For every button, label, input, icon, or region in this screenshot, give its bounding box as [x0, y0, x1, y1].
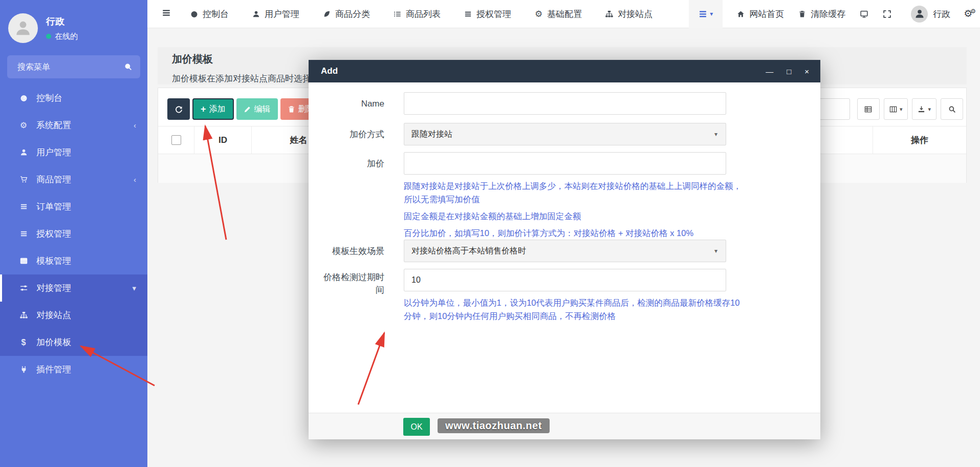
menu-search-input[interactable]	[17, 62, 124, 72]
bars-icon	[464, 10, 472, 18]
sidebar-item-label: 加价模板	[36, 336, 71, 348]
sidebar-item-label: 控制台	[36, 92, 62, 104]
sidebar-item-label: 对接站点	[36, 309, 71, 321]
fullscreen-icon[interactable]	[883, 10, 891, 18]
user-avatar	[911, 6, 928, 23]
sidebar-item-label: 授权管理	[36, 228, 71, 240]
maximize-icon[interactable]: □	[787, 68, 791, 75]
close-icon[interactable]: ×	[804, 68, 809, 75]
bars-icon	[699, 10, 707, 18]
sidebar-item-dashboard[interactable]: 控制台	[0, 84, 147, 112]
add-button[interactable]: + 添加	[192, 98, 234, 120]
plus-icon: +	[201, 104, 206, 114]
sidebar-item-auth-management[interactable]: 授权管理	[0, 220, 147, 247]
dialog-title: Add	[321, 66, 338, 76]
sidebar-item-product-management[interactable]: 商品管理 ‹	[0, 166, 147, 193]
dialog-titlebar[interactable]: Add — □ ×	[309, 60, 820, 82]
chevron-left-icon: ‹	[134, 121, 136, 130]
sidebar-item-plugin-management[interactable]: 插件管理	[0, 356, 147, 383]
table-header-checkbox-cell	[158, 126, 194, 154]
nav-item-label: 对接站点	[618, 8, 652, 20]
gear-icon: ⚙	[535, 9, 542, 19]
edit-button[interactable]: 编辑	[236, 98, 278, 120]
sidebar-item-order-management[interactable]: 订单管理	[0, 193, 147, 220]
table-header-id[interactable]: ID	[194, 126, 252, 154]
search-toggle-button[interactable]	[941, 98, 963, 120]
sidebar-item-user-management[interactable]: 用户管理	[0, 139, 147, 166]
table-header-actions: 操作	[873, 126, 966, 154]
sidebar-item-template-management[interactable]: 模板管理	[0, 247, 147, 274]
user-icon	[252, 10, 260, 18]
view-toggle-button[interactable]	[857, 98, 880, 120]
dialog-body: Name 加价方式 跟随对接站 ▾ 加价 跟随对接站是对接站于上次价格上调多少，…	[309, 82, 820, 413]
expire-field[interactable]	[404, 269, 726, 291]
nav-item-clear-cache[interactable]: 清除缓存	[798, 8, 845, 20]
sidebar-menu: 控制台 ⚙ 系统配置 ‹ 用户管理 商品管理 ‹ 订单管理 授权管理 模板管理	[0, 84, 147, 383]
gauge-icon	[190, 10, 198, 18]
hamburger-icon[interactable]	[155, 8, 178, 19]
search-icon[interactable]	[124, 63, 132, 71]
sitemap-icon	[17, 311, 30, 319]
caret-down-icon: ▾	[714, 247, 717, 254]
caret-down-icon: ▾	[710, 10, 713, 17]
nav-item-label: 授权管理	[476, 8, 511, 20]
user-status: 在线的	[46, 32, 78, 41]
list-icon	[394, 10, 401, 18]
caret-down-icon: ▾	[900, 106, 903, 113]
pencil-icon	[244, 105, 251, 113]
online-status-label: 在线的	[55, 32, 78, 41]
export-button[interactable]: ▾	[912, 98, 937, 120]
expire-help-text: 以分钟为单位，最小值为1，设为10代表用户购买某件商品后，检测的商品最新价格缓存…	[404, 296, 742, 326]
gear-icon: ⚙	[17, 120, 30, 130]
nav-item-docking-sites[interactable]: 对接站点	[605, 8, 652, 20]
name-field[interactable]	[404, 92, 726, 115]
markup-mode-label: 加价方式	[316, 128, 384, 141]
markup-mode-select[interactable]: 跟随对接站 ▾	[404, 123, 726, 145]
refresh-icon	[175, 105, 183, 113]
bars-icon	[17, 203, 30, 210]
expire-label: 价格检测过期时间	[316, 271, 384, 296]
nav-item-label: 基础配置	[547, 8, 582, 20]
minimize-icon[interactable]: —	[766, 68, 773, 75]
ok-button[interactable]: OK	[403, 418, 430, 436]
chevron-left-icon: ‹	[134, 175, 136, 184]
columns-button[interactable]: ▾	[884, 98, 908, 120]
sidebar-item-label: 对接管理	[36, 282, 71, 294]
table-tools-right: ▾ ▾	[811, 98, 963, 120]
nav-item-dashboard[interactable]: 控制台	[190, 8, 229, 20]
markup-help-text: 跟随对接站是对接站于上次价格上调多少，本站则在对接站价格的基础上上调同样的金额，…	[404, 179, 742, 243]
caret-down-icon: ▾	[928, 106, 931, 113]
table-toolbar: + 添加 编辑 删除	[167, 98, 322, 120]
markup-mode-value: 跟随对接站	[411, 129, 452, 140]
sidebar-item-markup-template[interactable]: $ 加价模板	[0, 329, 147, 356]
watermark: www.tiaozhuan.net	[438, 418, 550, 433]
sidebar-item-docking-management[interactable]: 对接管理 ▾	[0, 274, 147, 302]
nav-item-site-home[interactable]: 网站首页	[737, 8, 784, 20]
nav-user-menu[interactable]: 行政	[906, 6, 950, 23]
nav-item-product-list[interactable]: 商品列表	[394, 8, 441, 20]
nav-menu-dropdown[interactable]: ▾	[689, 0, 723, 28]
sidebar-item-label: 插件管理	[36, 364, 71, 375]
markup-field[interactable]	[404, 152, 726, 175]
help-line: 以分钟为单位，最小值为1，设为10代表用户购买某件商品后，检测的商品最新价格缓存…	[404, 296, 742, 323]
scene-select[interactable]: 对接站价格高于本站销售价格时 ▾	[404, 240, 726, 262]
nav-item-auth-management[interactable]: 授权管理	[464, 8, 511, 20]
help-line: 百分比加价，如填写10，则加价计算方式为：对接站价格 + 对接站价格 x 10%	[404, 226, 742, 240]
sidebar-item-docking-sites[interactable]: 对接站点	[0, 302, 147, 329]
nav-item-product-category[interactable]: 商品分类	[323, 8, 370, 20]
nav-item-base-config[interactable]: ⚙ 基础配置	[535, 8, 582, 20]
refresh-button[interactable]	[167, 98, 190, 120]
nav-item-user-management[interactable]: 用户管理	[252, 8, 299, 20]
screen-lock-icon[interactable]	[860, 10, 868, 18]
person-icon	[914, 9, 925, 19]
user-avatar[interactable]	[8, 13, 38, 43]
person-icon	[14, 19, 32, 37]
nav-user-name: 行政	[933, 8, 950, 20]
sidebar-search[interactable]	[7, 55, 140, 78]
select-all-checkbox[interactable]	[171, 135, 181, 145]
nav-item-label: 商品分类	[335, 8, 370, 20]
settings-gears-icon[interactable]: ⚙⚙	[964, 8, 976, 19]
caret-down-icon: ▾	[714, 131, 717, 138]
nav-item-label: 清除缓存	[811, 8, 845, 20]
sidebar-item-system-config[interactable]: ⚙ 系统配置 ‹	[0, 112, 147, 139]
